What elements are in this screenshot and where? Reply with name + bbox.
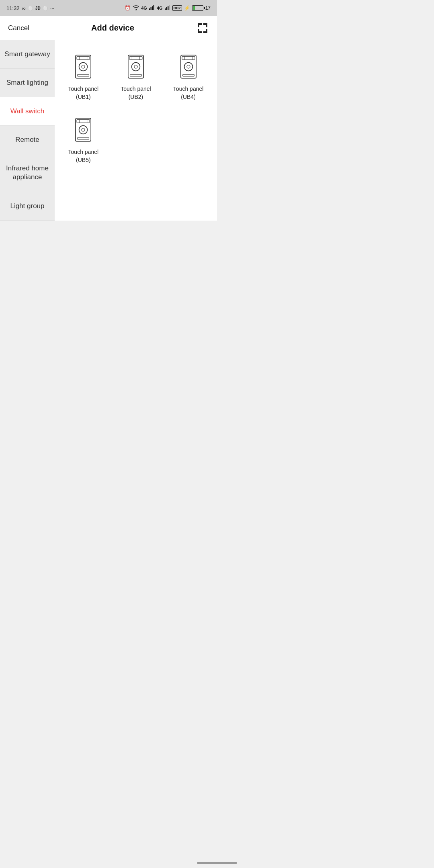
device-area: Touch panel (UB1) Touch panel (UB2) Touc… xyxy=(55,40,217,221)
app-bar: Cancel Add device xyxy=(0,16,217,40)
svg-rect-39 xyxy=(77,120,90,123)
device-item-ub4[interactable]: Touch panel (UB4) xyxy=(164,47,212,105)
svg-rect-2 xyxy=(150,7,151,10)
device-item-ub2[interactable]: Touch panel (UB2) xyxy=(112,47,160,105)
device-label-ub1: Touch panel (UB1) xyxy=(68,85,99,101)
sidebar-item-infrared-home-appliance[interactable]: Infrared home appliance xyxy=(0,154,55,192)
status-left: 11:32 ∞ ⚪ JD ⚪ ··· xyxy=(6,5,54,11)
svg-rect-16 xyxy=(206,29,207,33)
svg-rect-6 xyxy=(166,7,167,10)
circle-icon: ⚪ xyxy=(28,6,33,10)
battery-indicator xyxy=(192,5,203,11)
wifi-icon xyxy=(133,5,139,12)
hd2-icon: HD2 xyxy=(172,5,182,11)
svg-rect-21 xyxy=(78,74,89,76)
device-label-ub2: Touch panel (UB2) xyxy=(121,85,151,101)
device-icon-ub1 xyxy=(69,52,98,81)
battery-fill xyxy=(193,6,195,10)
svg-rect-18 xyxy=(77,56,90,59)
svg-rect-7 xyxy=(168,6,169,10)
svg-point-34 xyxy=(187,65,190,68)
circle2-icon: ⚪ xyxy=(43,6,48,10)
svg-rect-38 xyxy=(76,118,91,141)
charging-icon: ⚡ xyxy=(184,5,190,11)
sidebar-item-smart-gateway[interactable]: Smart gateway xyxy=(0,40,55,69)
svg-point-20 xyxy=(82,65,85,68)
device-icon-ub4 xyxy=(174,52,203,81)
svg-rect-42 xyxy=(78,137,89,139)
svg-rect-1 xyxy=(149,8,150,10)
status-bar: 11:32 ∞ ⚪ JD ⚪ ··· ⏰ 4G 4G HD2 ⚡ xyxy=(0,0,217,16)
svg-rect-17 xyxy=(76,55,91,78)
svg-rect-14 xyxy=(198,29,199,33)
svg-rect-24 xyxy=(128,55,143,78)
svg-rect-28 xyxy=(130,74,142,76)
svg-rect-10 xyxy=(198,24,199,27)
device-label-ub5: Touch panel (UB5) xyxy=(68,148,99,164)
svg-rect-12 xyxy=(206,24,207,27)
svg-point-26 xyxy=(132,63,140,71)
svg-point-40 xyxy=(79,126,88,134)
jd-icon: JD xyxy=(35,6,41,10)
sidebar-item-smart-lighting[interactable]: Smart lighting xyxy=(0,69,55,97)
svg-rect-3 xyxy=(152,6,153,10)
battery-tip xyxy=(204,7,205,9)
alarm-icon: ⏰ xyxy=(125,5,131,11)
sidebar: Smart gatewaySmart lightingWall switchRe… xyxy=(0,40,55,221)
signal2-bars-icon xyxy=(165,5,170,11)
signal-bars-icon xyxy=(149,5,155,11)
device-label-ub4: Touch panel (UB4) xyxy=(173,85,204,101)
svg-rect-31 xyxy=(180,55,196,78)
svg-rect-8 xyxy=(169,5,170,10)
svg-rect-4 xyxy=(153,5,154,10)
svg-point-33 xyxy=(184,63,192,71)
sidebar-item-remote[interactable]: Remote xyxy=(0,126,55,154)
device-icon-ub2 xyxy=(121,52,150,81)
infinity-icon: ∞ xyxy=(22,5,26,11)
device-item-ub1[interactable]: Touch panel (UB1) xyxy=(59,47,107,105)
main-content: Smart gatewaySmart lightingWall switchRe… xyxy=(0,40,217,221)
battery-level: 17 xyxy=(205,5,211,11)
svg-rect-25 xyxy=(129,56,142,59)
sidebar-item-light-group[interactable]: Light group xyxy=(0,192,55,221)
cancel-button[interactable]: Cancel xyxy=(8,24,29,32)
device-grid: Touch panel (UB1) Touch panel (UB2) Touc… xyxy=(59,47,212,168)
status-right: ⏰ 4G 4G HD2 ⚡ 17 xyxy=(125,5,211,12)
svg-rect-5 xyxy=(165,8,166,10)
svg-point-27 xyxy=(134,65,137,68)
svg-rect-32 xyxy=(182,56,195,59)
status-time: 11:32 xyxy=(6,5,20,11)
scan-qr-button[interactable] xyxy=(196,22,209,35)
svg-point-41 xyxy=(82,128,85,131)
signal2-icon: 4G xyxy=(157,6,163,10)
dots-icon: ··· xyxy=(50,5,55,11)
svg-point-19 xyxy=(79,63,88,71)
svg-rect-35 xyxy=(182,74,194,76)
svg-point-0 xyxy=(136,10,137,10)
device-item-ub5[interactable]: Touch panel (UB5) xyxy=(59,110,107,168)
page-title: Add device xyxy=(91,23,134,33)
sidebar-item-wall-switch[interactable]: Wall switch xyxy=(0,97,55,126)
signal-4g-icon: 4G xyxy=(141,6,147,10)
device-icon-ub5 xyxy=(69,115,98,144)
